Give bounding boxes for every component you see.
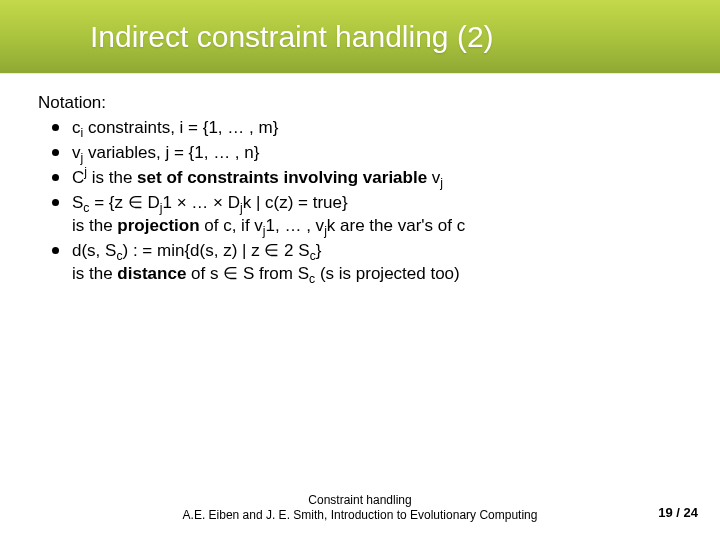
notation-heading: Notation:	[38, 92, 682, 115]
list-item: Sc = {z ∈ Dj1 × … × Djk | c(z) = true} i…	[48, 192, 682, 238]
text: ) : = min{d(s, z) | z ∈ 2 S	[123, 241, 310, 260]
text: C	[72, 168, 84, 187]
page-total: 24	[684, 505, 698, 520]
slide: Indirect constraint handling (2) Notatio…	[0, 0, 720, 540]
slide-title: Indirect constraint handling (2)	[90, 20, 494, 54]
text: (s is projected too)	[315, 264, 460, 283]
text: is the	[87, 168, 137, 187]
text: of s ∈ S from S	[186, 264, 309, 283]
bold-text: projection	[117, 216, 199, 235]
page-current: 19	[658, 505, 672, 520]
page-number: 19 / 24	[658, 505, 698, 520]
list-item: Cj is the set of constraints involving v…	[48, 167, 682, 190]
text: k | c(z) = true}	[243, 193, 348, 212]
slide-body: Notation: ci constraints, i = {1, … , m}…	[0, 74, 720, 286]
list-item: vj variables, j = {1, … , n}	[48, 142, 682, 165]
footer-line2: A.E. Eiben and J. E. Smith, Introduction…	[0, 508, 720, 524]
text: }	[316, 241, 322, 260]
text: v	[72, 143, 81, 162]
title-band: Indirect constraint handling (2)	[0, 0, 720, 74]
subscript: j	[440, 176, 443, 190]
text: variables, j = {1, … , n}	[83, 143, 259, 162]
text: is the	[72, 216, 117, 235]
page-sep: /	[673, 505, 684, 520]
bullet-list: ci constraints, i = {1, … , m} vj variab…	[38, 117, 682, 286]
text: v	[427, 168, 440, 187]
text: constraints, i = {1, … , m}	[83, 118, 278, 137]
text: = {z ∈ D	[89, 193, 159, 212]
text: d(s, S	[72, 241, 116, 260]
text: S	[72, 193, 83, 212]
list-item: d(s, Sc) : = min{d(s, z) | z ∈ 2 Sc} is …	[48, 240, 682, 286]
text: c	[72, 118, 81, 137]
text: k are the var's of c	[327, 216, 465, 235]
text: is the	[72, 264, 117, 283]
text: 1 × … × D	[162, 193, 239, 212]
text: of c, if v	[200, 216, 263, 235]
list-item: ci constraints, i = {1, … , m}	[48, 117, 682, 140]
bold-text: distance	[117, 264, 186, 283]
footer: Constraint handling A.E. Eiben and J. E.…	[0, 493, 720, 524]
footer-line1: Constraint handling	[0, 493, 720, 509]
bold-text: set of constraints involving variable	[137, 168, 427, 187]
text: 1, … , v	[266, 216, 325, 235]
